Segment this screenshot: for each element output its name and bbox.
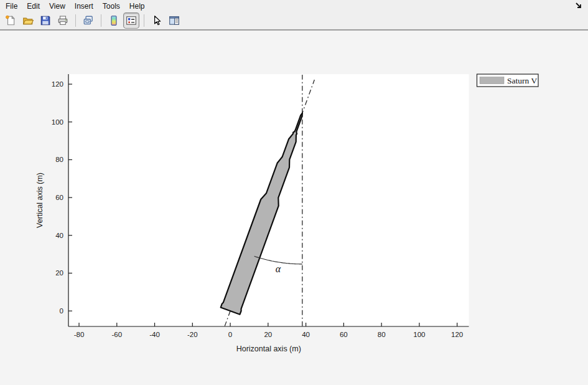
x-tick-label: -20 bbox=[187, 331, 198, 338]
y-axis-label: Vertical axis (m) bbox=[35, 173, 44, 228]
y-tick-label: 120 bbox=[52, 80, 63, 88]
menu-edit[interactable]: Edit bbox=[23, 1, 44, 12]
window-chrome: File Edit View Insert Tools Help bbox=[0, 0, 588, 31]
menu-tools[interactable]: Tools bbox=[99, 1, 124, 12]
x-tick-label: 40 bbox=[302, 331, 310, 338]
new-figure-button[interactable] bbox=[2, 12, 19, 29]
menubar: File Edit View Insert Tools Help bbox=[0, 0, 588, 12]
y-tick-label: 80 bbox=[55, 156, 63, 163]
y-tick-label: 60 bbox=[55, 194, 63, 201]
x-axis-label: Horizontal axis (m) bbox=[236, 345, 301, 353]
open-button[interactable] bbox=[20, 12, 36, 29]
x-tick-label: -80 bbox=[74, 331, 85, 338]
alpha-angle-label: α bbox=[276, 264, 281, 274]
y-tick-label: 20 bbox=[55, 269, 63, 277]
y-tick-label: 0 bbox=[60, 307, 63, 315]
legend-label: Saturn V bbox=[507, 76, 537, 85]
toolbar bbox=[0, 12, 588, 31]
print-button[interactable] bbox=[55, 12, 71, 29]
save-button[interactable] bbox=[37, 12, 54, 29]
dock-arrow-icon[interactable] bbox=[574, 1, 583, 10]
x-tick-label: 60 bbox=[340, 331, 348, 338]
menu-file[interactable]: File bbox=[2, 1, 21, 12]
toolbar-separator bbox=[101, 14, 101, 27]
save-floppy-icon bbox=[40, 15, 51, 26]
pointer-arrow-icon bbox=[151, 15, 162, 26]
open-folder-icon bbox=[22, 15, 34, 26]
menu-insert[interactable]: Insert bbox=[71, 1, 97, 12]
y-tick-label: 40 bbox=[55, 232, 63, 239]
toolbar-separator bbox=[144, 14, 144, 27]
y-tick-label: 100 bbox=[52, 118, 63, 126]
copy-button[interactable] bbox=[80, 12, 96, 29]
copy-windows-icon bbox=[83, 15, 94, 26]
x-tick-label: 20 bbox=[264, 331, 272, 338]
toolbar-separator bbox=[75, 14, 76, 27]
legend-icon bbox=[126, 15, 137, 26]
colormap-button[interactable] bbox=[106, 12, 122, 29]
menu-help[interactable]: Help bbox=[126, 1, 149, 12]
figure-canvas[interactable]: -80-60-40-200204060801001200204060801001… bbox=[0, 0, 588, 385]
properties-panel-button[interactable] bbox=[166, 12, 182, 29]
x-tick-label: 120 bbox=[451, 331, 463, 338]
new-document-icon bbox=[5, 15, 16, 26]
properties-panel-icon bbox=[169, 15, 180, 26]
x-tick-label: -60 bbox=[111, 331, 122, 338]
colormap-icon bbox=[108, 15, 119, 26]
menu-view[interactable]: View bbox=[45, 1, 69, 12]
x-tick-label: 100 bbox=[413, 331, 425, 338]
legend-toggle-button[interactable] bbox=[123, 12, 139, 29]
x-tick-label: -40 bbox=[149, 331, 160, 338]
x-tick-label: 0 bbox=[228, 331, 232, 338]
legend-swatch bbox=[480, 77, 504, 84]
pointer-button[interactable] bbox=[149, 12, 165, 29]
x-tick-label: 80 bbox=[378, 331, 386, 338]
printer-icon bbox=[57, 15, 68, 26]
